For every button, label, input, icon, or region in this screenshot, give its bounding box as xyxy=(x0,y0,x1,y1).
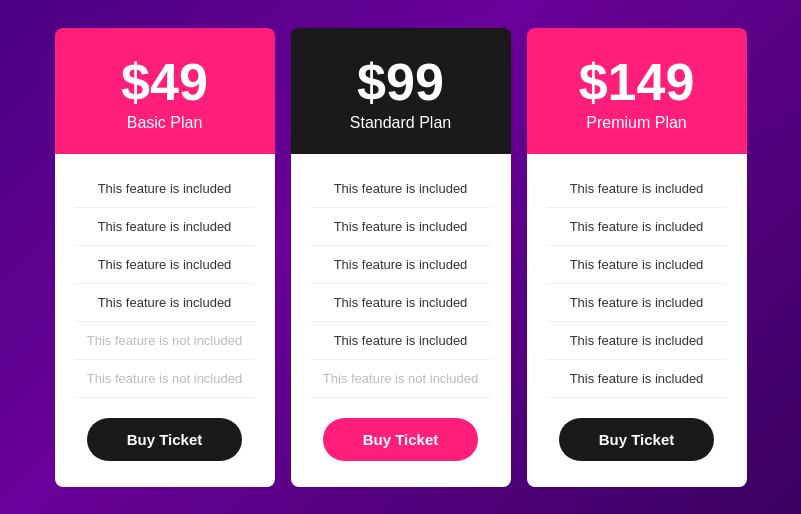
premium-feature-1: This feature is included xyxy=(547,208,727,246)
standard-feature-4: This feature is included xyxy=(311,322,491,360)
standard-zigzag xyxy=(291,469,511,487)
card-standard: $99Standard PlanThis feature is included… xyxy=(291,28,511,487)
standard-buy-button[interactable]: Buy Ticket xyxy=(323,418,479,461)
basic-buy-button[interactable]: Buy Ticket xyxy=(87,418,243,461)
premium-bottom: This feature is includedThis feature is … xyxy=(527,154,747,487)
premium-header: $149Premium Plan xyxy=(527,28,747,154)
basic-feature-5: This feature is not included xyxy=(75,360,255,398)
premium-feature-2: This feature is included xyxy=(547,246,727,284)
card-basic: $49Basic PlanThis feature is includedThi… xyxy=(55,28,275,487)
basic-body: This feature is includedThis feature is … xyxy=(55,154,275,398)
pricing-container: $49Basic PlanThis feature is includedThi… xyxy=(17,8,785,507)
standard-footer: Buy Ticket xyxy=(291,398,511,469)
basic-bottom: This feature is includedThis feature is … xyxy=(55,154,275,487)
premium-feature-4: This feature is included xyxy=(547,322,727,360)
basic-feature-2: This feature is included xyxy=(75,246,255,284)
basic-feature-4: This feature is not included xyxy=(75,322,255,360)
basic-footer: Buy Ticket xyxy=(55,398,275,469)
card-premium: $149Premium PlanThis feature is included… xyxy=(527,28,747,487)
basic-zigzag xyxy=(55,469,275,487)
basic-price: $49 xyxy=(75,56,255,108)
premium-footer: Buy Ticket xyxy=(527,398,747,469)
basic-feature-0: This feature is included xyxy=(75,170,255,208)
premium-price: $149 xyxy=(547,56,727,108)
basic-plan-name: Basic Plan xyxy=(75,114,255,132)
basic-feature-1: This feature is included xyxy=(75,208,255,246)
standard-price: $99 xyxy=(311,56,491,108)
premium-feature-3: This feature is included xyxy=(547,284,727,322)
premium-plan-name: Premium Plan xyxy=(547,114,727,132)
standard-plan-name: Standard Plan xyxy=(311,114,491,132)
premium-feature-0: This feature is included xyxy=(547,170,727,208)
standard-feature-5: This feature is not included xyxy=(311,360,491,398)
standard-feature-1: This feature is included xyxy=(311,208,491,246)
standard-feature-2: This feature is included xyxy=(311,246,491,284)
standard-feature-3: This feature is included xyxy=(311,284,491,322)
standard-feature-0: This feature is included xyxy=(311,170,491,208)
premium-body: This feature is includedThis feature is … xyxy=(527,154,747,398)
standard-bottom: This feature is includedThis feature is … xyxy=(291,154,511,487)
premium-zigzag xyxy=(527,469,747,487)
basic-header: $49Basic Plan xyxy=(55,28,275,154)
standard-header: $99Standard Plan xyxy=(291,28,511,154)
premium-feature-5: This feature is included xyxy=(547,360,727,398)
premium-buy-button[interactable]: Buy Ticket xyxy=(559,418,715,461)
standard-body: This feature is includedThis feature is … xyxy=(291,154,511,398)
basic-feature-3: This feature is included xyxy=(75,284,255,322)
